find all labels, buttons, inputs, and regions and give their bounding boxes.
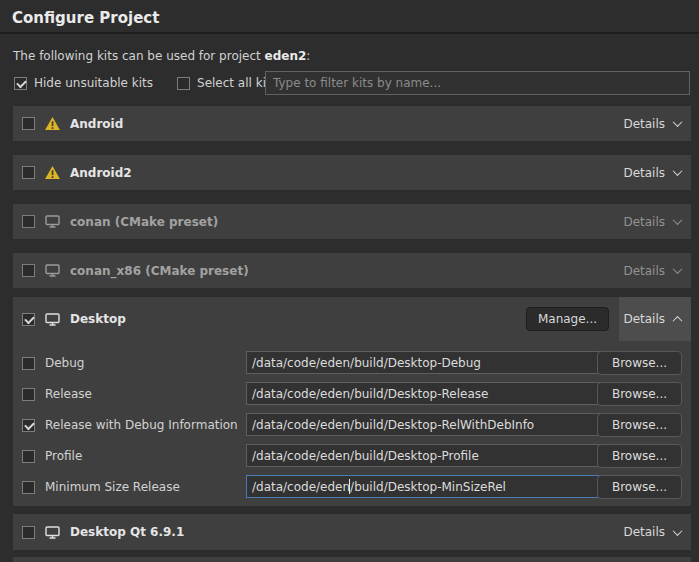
details-label: Details — [623, 525, 665, 539]
details-label: Details — [623, 264, 665, 278]
details-label: Details — [623, 117, 665, 131]
kit-name: conan (CMake preset) — [70, 215, 218, 229]
desktop-icon — [45, 215, 60, 228]
build-config-label: Release — [45, 387, 92, 401]
build-config-checkbox[interactable] — [22, 357, 35, 370]
kit-name: Desktop Qt 6.9.1 — [70, 525, 184, 539]
build-dir-input[interactable] — [246, 413, 609, 436]
browse-button[interactable]: Browse... — [597, 382, 682, 406]
manage-button[interactable]: Manage... — [526, 307, 609, 331]
select-all-kits-option[interactable]: Select all kits — [177, 76, 277, 90]
build-config-checkbox[interactable] — [22, 450, 35, 463]
hide-unsuitable-checkbox[interactable] — [14, 77, 27, 90]
kit-checkbox[interactable] — [22, 526, 35, 539]
kit-header: Android — [13, 106, 691, 141]
desktop-icon — [45, 526, 60, 539]
build-config-row-relwithdebinfo: Release with Debug Information Browse... — [22, 413, 682, 437]
chevron-down-icon — [673, 526, 683, 536]
browse-button[interactable]: Browse... — [597, 413, 682, 437]
next-kit-row-partial — [13, 557, 691, 562]
kit-row-conan[interactable]: conan (CMake preset) Details — [13, 204, 691, 239]
browse-button[interactable]: Browse... — [597, 351, 682, 375]
build-dir-input[interactable] — [246, 382, 609, 405]
chevron-down-icon — [673, 117, 683, 127]
build-config-row-profile: Profile Browse... — [22, 444, 682, 468]
kit-name: Desktop — [70, 312, 126, 326]
details-button[interactable]: Details — [623, 514, 681, 550]
build-dir-input-focused[interactable] — [246, 475, 609, 498]
build-config-label: Release with Debug Information — [45, 418, 238, 432]
intro-prefix: The following kits can be used for proje… — [13, 49, 265, 63]
kit-row-desktop[interactable]: Desktop Manage... Details Debug Browse..… — [13, 297, 691, 506]
details-button[interactable]: Details — [623, 204, 681, 239]
kit-checkbox[interactable] — [22, 117, 35, 130]
hide-unsuitable-label: Hide unsuitable kits — [34, 76, 153, 90]
browse-button[interactable]: Browse... — [597, 444, 682, 468]
kit-name: Android2 — [70, 166, 132, 180]
warning-icon — [45, 166, 60, 179]
browse-button[interactable]: Browse... — [597, 475, 682, 499]
details-label: Details — [623, 215, 665, 229]
build-config-row-release: Release Browse... — [22, 382, 682, 406]
kit-header: conan_x86 (CMake preset) — [13, 253, 691, 288]
details-button[interactable]: Details — [623, 155, 681, 190]
details-button[interactable]: Details — [623, 106, 681, 141]
configure-project-page: Configure Project The following kits can… — [0, 0, 699, 562]
desktop-icon — [45, 313, 60, 326]
select-all-checkbox[interactable] — [177, 77, 190, 90]
kit-header: Desktop Qt 6.9.1 — [13, 514, 691, 550]
kit-name: Android — [70, 117, 123, 131]
build-config-row-debug: Debug Browse... — [22, 351, 682, 375]
chevron-down-icon — [673, 166, 683, 176]
kit-checkbox[interactable] — [22, 215, 35, 228]
kit-header: Android2 — [13, 155, 691, 190]
title-separator — [0, 32, 699, 34]
warning-icon — [45, 117, 60, 130]
chevron-down-icon — [673, 264, 683, 274]
hide-unsuitable-kits-option[interactable]: Hide unsuitable kits — [14, 76, 153, 90]
build-dir-input[interactable] — [246, 351, 609, 374]
build-config-checkbox[interactable] — [22, 388, 35, 401]
details-button[interactable]: Details — [623, 253, 681, 288]
chevron-up-icon — [673, 315, 683, 325]
kit-row-android[interactable]: Android Details — [13, 106, 691, 141]
chevron-down-icon — [673, 215, 683, 225]
build-config-checkbox[interactable] — [22, 419, 35, 432]
build-config-checkbox[interactable] — [22, 481, 35, 494]
details-label: Details — [623, 166, 665, 180]
details-button[interactable]: Details — [623, 297, 681, 341]
kit-row-desktop-qt[interactable]: Desktop Qt 6.9.1 Details — [13, 514, 691, 550]
kit-checkbox[interactable] — [22, 313, 35, 326]
details-label: Details — [623, 312, 665, 326]
build-config-row-minsizerel: Minimum Size Release Browse... — [22, 475, 682, 499]
kit-row-conan-x86[interactable]: conan_x86 (CMake preset) Details — [13, 253, 691, 288]
kit-name: conan_x86 (CMake preset) — [70, 264, 249, 278]
kit-checkbox[interactable] — [22, 166, 35, 179]
kit-row-android2[interactable]: Android2 Details — [13, 155, 691, 190]
kit-header: conan (CMake preset) — [13, 204, 691, 239]
build-config-label: Debug — [45, 356, 84, 370]
build-config-label: Minimum Size Release — [45, 480, 180, 494]
intro-suffix: : — [306, 49, 310, 63]
project-name: eden2 — [265, 49, 307, 63]
text-cursor — [349, 479, 350, 494]
desktop-icon — [45, 264, 60, 277]
build-dir-input[interactable] — [246, 444, 609, 467]
kit-checkbox[interactable] — [22, 264, 35, 277]
page-title: Configure Project — [12, 9, 159, 27]
filter-kits-input[interactable] — [265, 71, 690, 95]
build-config-label: Profile — [45, 449, 82, 463]
intro-text: The following kits can be used for proje… — [13, 49, 310, 63]
kit-filter-toolbar: Hide unsuitable kits Select all kits — [14, 75, 277, 91]
